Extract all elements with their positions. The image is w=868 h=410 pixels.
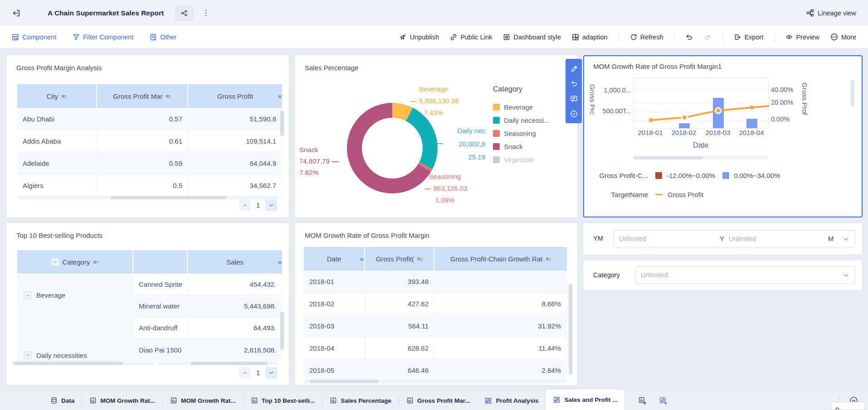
horizontal-scrollbar[interactable] <box>304 380 567 383</box>
collapse-circle-button[interactable] <box>570 110 578 118</box>
add-chart-tab-button[interactable] <box>638 396 646 405</box>
column-header-product[interactable] <box>133 250 188 274</box>
ym-end-value[interactable]: Unlimited <box>729 235 824 242</box>
column-header-gross-profit[interactable]: Gross Profit≡↕ <box>188 84 282 108</box>
panel-mom-growth-chart[interactable]: MOM Growth Rate of Gross Profit Margin1 … <box>583 55 863 217</box>
unpublish-button[interactable]: Unpublish <box>400 34 439 41</box>
more-button[interactable]: More <box>830 33 856 41</box>
column-header-sales[interactable]: Sales≡↕ <box>188 250 282 274</box>
share-button[interactable] <box>176 6 193 20</box>
adaption-button[interactable]: adaption <box>572 34 608 41</box>
x-axis-label: Date <box>664 141 737 150</box>
undo-button[interactable] <box>685 33 693 41</box>
chevron-down-icon[interactable] <box>843 272 849 279</box>
cell-margin: 0.5 <box>97 174 188 196</box>
component-button[interactable]: Component <box>12 34 56 41</box>
component-icon <box>12 34 19 41</box>
table-row: Adelaide 0.59 84,044.9 <box>17 152 282 174</box>
filter-component-button[interactable]: Filter Component <box>73 34 133 41</box>
chevron-up-icon <box>242 370 248 376</box>
tab-data[interactable]: Data <box>43 391 82 410</box>
edit-button[interactable] <box>570 64 578 72</box>
column-header-category[interactable]: −Category≡↑ <box>17 250 133 274</box>
year-unit-label: Y <box>720 235 724 242</box>
tab-label: Top 10 Best-selli... <box>262 397 315 404</box>
column-header-city[interactable]: City≡↑ <box>17 84 97 108</box>
export-button[interactable]: Export <box>734 34 763 41</box>
public-link-button[interactable]: Public Link <box>450 34 492 41</box>
tab-sales-and-profit[interactable]: Sales and Profit ... <box>546 389 624 410</box>
legend-item[interactable]: Vegetable <box>493 153 550 166</box>
cell-margin: 0.61 <box>97 130 188 152</box>
legend-label: Daily necessi... <box>504 116 550 124</box>
column-header-gross-profit[interactable]: Gross Profit(≡↕ <box>365 247 434 270</box>
page-down-button[interactable] <box>265 367 277 379</box>
lineage-view-button[interactable]: Lineage view <box>806 9 856 17</box>
redo-button[interactable] <box>704 33 712 41</box>
tab-mom-growth-2[interactable]: MOM Growth Rat... <box>163 391 243 410</box>
legend-item[interactable]: Snack <box>493 140 550 153</box>
horizontal-scrollbar[interactable] <box>158 362 278 365</box>
page-up-button[interactable] <box>239 199 251 211</box>
legend-swatch-negative[interactable] <box>655 172 662 179</box>
column-header-date[interactable]: Date≡↕ <box>304 247 365 270</box>
chevron-down-icon[interactable] <box>843 236 849 242</box>
sort-icon[interactable]: ≡↕ <box>417 256 423 262</box>
comment-button[interactable] <box>570 95 578 102</box>
vertical-scrollbar[interactable] <box>280 111 284 136</box>
tab-top10[interactable]: Top 10 Best-selli... <box>244 391 322 410</box>
vertical-scrollbar[interactable] <box>569 284 572 375</box>
horizontal-scrollbar[interactable] <box>17 196 278 199</box>
undo-quick-button[interactable] <box>570 80 578 87</box>
sort-icon[interactable]: ≡↕ <box>546 256 551 262</box>
tab-mom-growth-1[interactable]: MOM Growth Rat... <box>82 391 162 410</box>
y-axis-left-label: Gross Prc <box>589 84 596 134</box>
collapse-group-button[interactable]: − <box>24 291 32 299</box>
document-icon <box>150 34 157 41</box>
tooltip-partial: P <box>831 402 865 410</box>
vertical-scrollbar[interactable] <box>280 312 284 350</box>
collapse-group-button[interactable]: − <box>24 351 32 359</box>
refresh-button[interactable]: Refresh <box>630 34 663 41</box>
callout-name: Beverage <box>398 83 469 95</box>
preview-button[interactable]: Preview <box>785 34 819 41</box>
back-button[interactable] <box>0 0 33 26</box>
add-dashboard-tab-button[interactable] <box>659 396 667 405</box>
ym-filter-input[interactable]: Unlimited Y Unlimited M <box>613 230 855 247</box>
sort-asc-icon[interactable]: ≡↑ <box>93 259 98 265</box>
category-value[interactable]: Unlimited <box>641 271 838 279</box>
horizontal-scrollbar[interactable] <box>11 362 154 365</box>
legend-swatch-positive[interactable] <box>722 172 729 179</box>
chart-vertical-scrollbar[interactable] <box>851 80 854 107</box>
ym-start-value[interactable]: Unlimited <box>619 235 715 242</box>
sort-icon-clipped[interactable]: ≡↕ <box>278 259 282 266</box>
sort-icon-clipped[interactable]: ≡↕ <box>278 93 282 100</box>
chart-horizontal-scrollbar[interactable] <box>634 156 768 159</box>
tab-sales-percentage[interactable]: Sales Percentage <box>322 391 399 410</box>
legend-item[interactable]: Beverage <box>493 101 550 114</box>
style-icon <box>503 34 510 41</box>
page-down-button[interactable] <box>265 199 277 211</box>
legend-item[interactable]: Seasoning <box>493 127 550 140</box>
other-button[interactable]: Other <box>150 34 176 41</box>
dashboard-style-button[interactable]: Dashboard style <box>503 34 561 41</box>
y-axis-tick: 500.00T... <box>597 107 631 115</box>
column-header-gross-profit-margin[interactable]: Gross Profit Mar≡↕ <box>97 84 188 108</box>
more-menu-button[interactable]: ⋮ <box>202 8 210 18</box>
sort-asc-icon[interactable]: ≡↑ <box>61 93 67 100</box>
page-up-button[interactable] <box>239 367 251 379</box>
legend-series-name: TargetName <box>593 191 648 198</box>
sort-icon-clipped[interactable]: ≡↕ <box>360 256 364 263</box>
category-filter-input[interactable]: Unlimited <box>635 266 855 284</box>
panel-title: Gross Profit Margin Analysis <box>16 64 102 72</box>
unpublish-label: Unpublish <box>410 34 439 41</box>
legend-line-swatch[interactable] <box>655 194 663 195</box>
tab-profit-analysis[interactable]: Profit Analysis <box>477 391 546 410</box>
column-header-growth-rate[interactable]: Gross Profit-Chain Growth Rat≡↕ <box>434 247 567 270</box>
table-row: 2018-05 646.46 2.84% <box>304 359 567 381</box>
collapse-all-button[interactable]: − <box>51 258 59 266</box>
tab-gross-profit-margin[interactable]: Gross Profit Mar... <box>399 391 477 410</box>
legend-item[interactable]: Daily necessi... <box>493 114 550 127</box>
chart-legend-row: Gross Profit-C... -12.00%~0.00% 0.00%~34… <box>593 172 780 179</box>
sort-icon[interactable]: ≡↕ <box>166 93 171 100</box>
